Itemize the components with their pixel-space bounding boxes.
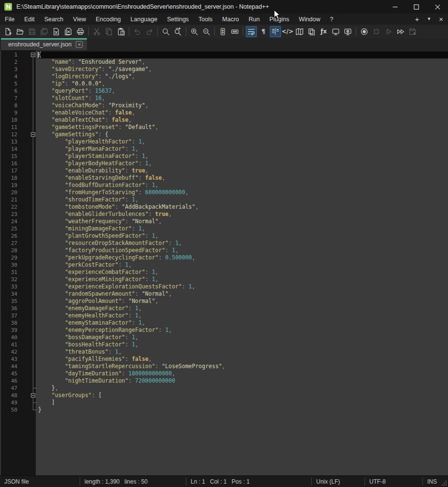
menu-run[interactable]: Run [244,14,265,25]
tab-close-icon[interactable]: × [76,41,83,48]
menu-encoding[interactable]: Encoding [91,14,126,25]
code-text[interactable]: "experienceMiningFactor": 1, [37,276,448,283]
resize-grip[interactable] [442,481,447,486]
menu-file[interactable]: File [0,14,19,25]
code-text[interactable]: "saveDirectory": "./savegame", [37,66,448,73]
editor[interactable]: 1{2 "name": "Enshrouded Server",3 "saveD… [0,50,448,475]
document-map-button[interactable] [294,26,305,37]
fold-toggle-icon[interactable] [31,393,35,398]
code-line[interactable]: 42 "threatBonus": 1, [1,348,448,356]
code-line[interactable]: 29 "perkUpgradeRecyclingFactor": 0.50000… [1,254,448,261]
code-line[interactable]: 33 "experienceExplorationQuestsFactor": … [1,283,448,290]
code-text[interactable]: "playerHealthFactor": 1, [37,138,448,145]
code-text[interactable]: "miningDamageFactor": 1, [37,225,448,232]
menu-view[interactable]: View [68,14,91,25]
code-text[interactable]: "tombstoneMode": "AddBackpackMaterials", [37,203,448,211]
code-line[interactable]: 24 "weatherFrequency": "Normal", [1,218,448,225]
code-text[interactable]: "enableDurability": true, [37,167,448,174]
code-text[interactable]: "experienceExplorationQuestsFactor": 1, [37,283,448,290]
menu-language[interactable]: Language [126,14,162,25]
zoom-out-button[interactable] [201,26,212,37]
code-line[interactable]: 5 "ip": "0.0.0.0", [1,80,448,87]
fold-toggle-icon[interactable] [31,53,35,57]
code-line[interactable]: 50} [1,406,448,414]
code-text[interactable]: "tamingStartleRepercussion": "LoseSomePr… [37,363,448,370]
replace-button[interactable] [172,26,183,37]
macro-record-button[interactable] [359,26,370,37]
code-text[interactable]: "resourceDropStackAmountFactor": 1, [37,240,448,247]
indent-guide-button[interactable] [270,26,281,37]
word-wrap-button[interactable] [246,26,257,37]
menu-edit[interactable]: Edit [19,14,40,25]
paste-button[interactable] [115,26,126,37]
code-line[interactable]: 23 "enableGliderTurbulences": true, [1,211,448,218]
code-line[interactable]: 47 }, [1,385,448,392]
code-line[interactable]: 27 "resourceDropStackAmountFactor": 1, [1,240,448,247]
code-text[interactable]: "gameSettings": { [37,131,448,138]
code-line[interactable]: 6 "queryPort": 15637, [1,87,448,95]
code-line[interactable]: 41 "bossHealthFactor": 1, [1,341,448,348]
code-line[interactable]: 31 "experienceCombatFactor": 1, [1,269,448,276]
document-list-button[interactable] [306,26,317,37]
close-all-docs-button[interactable] [63,26,74,37]
code-text[interactable]: "slotCount": 16, [37,95,448,102]
code-text[interactable]: "playerManaFactor": 1, [37,145,448,153]
code-line[interactable]: 10 "enableTextChat": false, [1,116,448,124]
code-text[interactable]: "enableTextChat": false, [37,116,448,124]
code-text[interactable]: "enableStarvingDebuff": false, [37,174,448,182]
code-line[interactable]: 11 "gameSettingsPreset": "Default", [1,124,448,131]
code-line[interactable]: 9 "enableVoiceChat": false, [1,109,448,116]
code-text[interactable]: "playerStaminaFactor": 1, [37,153,448,160]
show-all-characters-button[interactable]: ¶ [258,26,269,37]
code-line[interactable]: 45 "dayTimeDuration": 1800000000000, [1,370,448,377]
code-text[interactable]: "enemyStaminaFactor": 1, [37,319,448,327]
code-text[interactable]: "enableGliderTurbulences": true, [37,211,448,218]
code-text[interactable]: "perkCostFactor": 1, [37,261,448,269]
code-text[interactable]: "playerBodyHeatFactor": 1, [37,160,448,167]
code-text[interactable]: "enemyDamageFactor": 1, [37,305,448,312]
code-line[interactable]: 4 "logDirectory": "./logs", [1,73,448,80]
code-text[interactable]: "bossHealthFactor": 1, [37,341,448,348]
close-doc-button[interactable] [51,26,62,37]
fold-toggle-icon[interactable] [31,132,35,137]
code-text[interactable]: "foodBuffDurationFactor": 1, [37,182,448,189]
maximize-button[interactable] [406,0,427,14]
code-line[interactable]: 8 "voiceChatMode": "Proximity", [1,102,448,109]
code-line[interactable]: 44 "tamingStartleRepercussion": "LoseSom… [1,363,448,370]
code-line[interactable]: 48 "userGroups": [ [1,392,448,399]
sync-scroll-horizontal-button[interactable] [229,26,240,37]
code-text[interactable]: "queryPort": 15637, [37,87,448,95]
code-line[interactable]: 22 "tombstoneMode": "AddBackpackMaterial… [1,203,448,211]
code-line[interactable]: 21 "shroudTimeFactor": 1, [1,196,448,203]
code-text[interactable]: "factoryProductionSpeedFactor": 1, [37,247,448,254]
new-tab-icon[interactable]: + [415,15,420,23]
code-text[interactable]: { [37,51,448,58]
tab-enshrouded-server-json[interactable]: enshrouded_server.json × [1,38,87,50]
code-line[interactable]: 37 "enemyHealthFactor": 1, [1,312,448,319]
code-text[interactable]: "userGroups": [ [37,392,448,399]
code-line[interactable]: 49 ] [1,399,448,406]
code-text[interactable]: "gameSettingsPreset": "Default", [37,124,448,131]
code-line[interactable]: 16 "playerBodyHeatFactor": 1, [1,160,448,167]
code-line[interactable]: 43 "pacifyAllEnemies": false, [1,356,448,363]
menu-search[interactable]: Search [40,14,69,25]
code-line[interactable]: 28 "factoryProductionSpeedFactor": 1, [1,247,448,254]
code-text[interactable]: "ip": "0.0.0.0", [37,80,448,87]
find-button[interactable] [160,26,171,37]
code-text[interactable]: "name": "Enshrouded Server", [37,58,448,66]
code-line[interactable]: 38 "enemyStaminaFactor": 1, [1,319,448,327]
code-text[interactable]: "weatherFrequency": "Normal", [37,218,448,225]
user-language-button[interactable]: </> [282,26,293,37]
code-line[interactable]: 26 "plantGrowthSpeedFactor": 1, [1,232,448,240]
code-line[interactable]: 1{ [1,51,448,58]
tab-list-icon[interactable]: ▼ [427,17,431,21]
code-text[interactable]: "aggroPoolAmount": "Normal", [37,298,448,305]
menu-macro[interactable]: Macro [217,14,244,25]
zoom-in-button[interactable] [189,26,200,37]
code-line[interactable]: 13 "playerHealthFactor": 1, [1,138,448,145]
code-text[interactable]: "logDirectory": "./logs", [37,73,448,80]
code-text[interactable]: "experienceCombatFactor": 1, [37,269,448,276]
code-text[interactable]: "bossDamageFactor": 1, [37,334,448,341]
monitoring-button[interactable] [342,26,353,37]
code-text[interactable]: "randomSpawnerAmount": "Normal", [37,290,448,298]
